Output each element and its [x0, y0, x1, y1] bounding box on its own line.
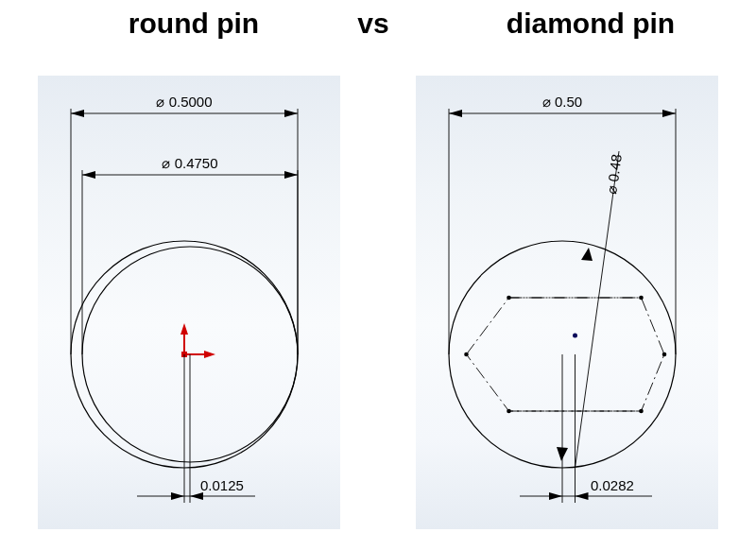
- svg-point-27: [639, 409, 644, 414]
- svg-point-28: [507, 409, 511, 414]
- dim-offset-text: 0.0282: [591, 477, 634, 493]
- dim-inner-diameter: ⌀ 0.48: [557, 151, 625, 468]
- dim-outer-diameter-text: ⌀ 0.5000: [156, 94, 212, 110]
- svg-marker-32: [449, 110, 462, 117]
- svg-point-26: [662, 352, 667, 357]
- svg-marker-14: [284, 171, 298, 179]
- dim-offset: 0.0282: [520, 354, 652, 503]
- dim-inner-diameter: ⌀ 0.4750: [82, 155, 298, 354]
- svg-marker-1: [180, 323, 188, 335]
- svg-point-24: [507, 296, 511, 301]
- dim-outer-diameter: ⌀ 0.5000: [71, 94, 298, 354]
- svg-point-25: [639, 296, 644, 301]
- title-round-pin: round pin: [71, 8, 317, 40]
- svg-marker-3: [204, 351, 215, 358]
- dim-offset: 0.0125: [137, 354, 255, 503]
- origin-axes-icon: [180, 323, 215, 358]
- svg-marker-13: [82, 171, 95, 179]
- origin-point-icon: [573, 334, 577, 338]
- svg-marker-9: [284, 110, 298, 117]
- svg-point-23: [464, 352, 469, 357]
- diamond-profile: [464, 296, 666, 414]
- dim-inner-diameter-text: ⌀ 0.48: [603, 153, 625, 195]
- diamond-pin-panel: ⌀ 0.50 ⌀ 0.48 0.0282: [416, 76, 718, 529]
- title-bar: round pin vs diamond pin: [0, 8, 756, 55]
- round-pin-drawing: ⌀ 0.5000 ⌀ 0.4750 0.0125: [38, 76, 340, 529]
- svg-marker-19: [190, 492, 203, 500]
- diamond-pin-drawing: ⌀ 0.50 ⌀ 0.48 0.0282: [416, 76, 718, 529]
- svg-marker-8: [71, 110, 84, 117]
- svg-marker-41: [576, 492, 589, 500]
- svg-marker-35: [581, 248, 593, 261]
- title-vs: vs: [335, 8, 411, 40]
- svg-marker-40: [549, 492, 562, 500]
- svg-marker-18: [171, 492, 184, 500]
- dim-outer-diameter: ⌀ 0.50: [449, 94, 676, 354]
- dim-outer-diameter-text: ⌀ 0.50: [542, 94, 582, 110]
- svg-marker-33: [662, 110, 676, 117]
- dim-offset-text: 0.0125: [200, 477, 244, 493]
- svg-line-34: [576, 151, 620, 468]
- round-pin-panel: ⌀ 0.5000 ⌀ 0.4750 0.0125: [38, 76, 340, 529]
- title-diamond-pin: diamond pin: [449, 8, 732, 40]
- svg-marker-20: [467, 298, 665, 411]
- dim-inner-diameter-text: ⌀ 0.4750: [162, 155, 217, 171]
